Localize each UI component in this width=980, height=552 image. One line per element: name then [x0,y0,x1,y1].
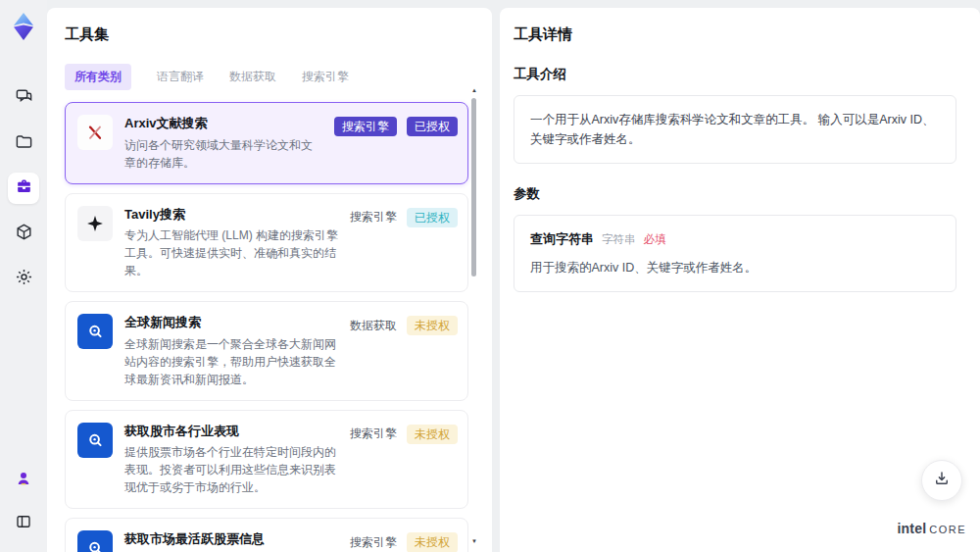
chat-icon [15,87,33,109]
tool-title: 获取市场最活跃股票信息 [124,530,338,548]
active-stock-icon [77,530,113,552]
category-tag: 数据获取 [350,318,397,334]
sidebar-item-models[interactable] [8,218,39,249]
tool-list-panel: 工具集 所有类别 语言翻译 数据获取 搜索引擎 Arxiv文献搜索 访问各个研究… [47,8,492,552]
sidebar-item-files[interactable] [8,127,39,159]
user-icon [15,470,32,490]
tool-title: Tavily搜索 [124,206,338,224]
auth-badge: 已授权 [407,208,458,227]
category-tag: 搜索引擎 [350,534,397,551]
intro-section-title: 工具介绍 [514,66,956,83]
param-name: 查询字符串 [530,229,594,250]
scroll-down-icon[interactable]: ▼ [470,537,478,545]
tool-list-item-stock-sector[interactable]: 获取股市各行业表现 提供股票市场各个行业在特定时间段内的表现。投资者可以利用这些… [65,410,468,510]
briefcase-icon [15,177,33,199]
auth-badge: 未授权 [407,425,458,444]
tool-title: 全球新闻搜索 [124,314,338,331]
tab-all-categories[interactable]: 所有类别 [65,64,131,90]
tab-search-engine[interactable]: 搜索引擎 [302,64,349,90]
sidebar-item-settings[interactable] [8,263,39,294]
tool-list: Arxiv文献搜索 访问各个研究领域大量科学论文和文章的存储库。 搜索引擎 已授… [65,102,468,552]
auth-badge: 未授权 [407,316,458,335]
tool-detail-panel: 工具详情 工具介绍 一个用于从Arxiv存储库搜索科学论文和文章的工具。 输入可… [500,8,980,552]
app-logo-icon [9,12,38,41]
stock-sector-icon [77,423,113,458]
category-tag: 搜索引擎 [350,209,397,226]
tool-description: 全球新闻搜索是一个聚合全球各大新闻网站内容的搜索引擎，帮助用户快速获取全球最新资… [124,335,338,388]
core-wordmark: CORE [929,524,966,535]
list-scrollbar[interactable]: ▲ ▼ [470,86,478,545]
folder-icon [15,132,33,154]
gear-icon [15,268,33,289]
news-search-icon [77,314,113,349]
sidebar-item-tools[interactable] [8,173,39,204]
auth-badge: 未授权 [407,532,458,552]
page-title: 工具集 [65,25,492,44]
tavily-star-icon [77,206,113,241]
app-root: 工具集 所有类别 语言翻译 数据获取 搜索引擎 Arxiv文献搜索 访问各个研究… [0,0,980,552]
scrollbar-thumb[interactable] [471,98,476,276]
intel-core-logo: intel CORE [897,521,966,536]
tool-description: 提供股票市场各个行业在特定时间段内的表现。投资者可以利用这些信息来识别表现优于或… [124,443,338,496]
tool-description: 专为人工智能代理 (LLM) 构建的搜索引擎工具。可快速提供实时、准确和真实的结… [124,226,338,279]
category-tag: 搜索引擎 [350,426,397,442]
params-section-title: 参数 [514,185,956,203]
tool-list-item-global-news[interactable]: 全球新闻搜索 全球新闻搜索是一个聚合全球各大新闻网站内容的搜索引擎，帮助用户快速… [65,301,468,401]
category-tabs: 所有类别 语言翻译 数据获取 搜索引擎 [65,64,492,90]
param-required-flag: 必填 [644,230,666,248]
tool-list-item-active-stocks[interactable]: 获取市场最活跃股票信息 提供当天交易量最高的股票列表，投资者可以利用这些信息来识… [65,518,468,552]
tool-list-item-tavily[interactable]: Tavily搜索 专为人工智能代理 (LLM) 构建的搜索引擎工具。可快速提供实… [65,193,468,293]
sidebar-item-collapse[interactable] [8,507,39,538]
tool-title: 获取股市各行业表现 [124,423,338,440]
scroll-up-icon[interactable]: ▲ [470,86,478,94]
param-type: 字符串 [602,230,636,248]
sidebar-item-profile[interactable] [8,464,39,495]
arxiv-icon [77,115,113,150]
auth-badge: 已授权 [407,117,458,136]
sidebar-item-chat[interactable] [8,82,39,114]
tool-intro-box: 一个用于从Arxiv存储库搜索科学论文和文章的工具。 输入可以是Arxiv ID… [514,95,956,164]
cube-icon [15,223,33,244]
category-badge: 搜索引擎 [334,117,397,136]
param-description: 用于搜索的Arxiv ID、关键字或作者姓名。 [530,258,940,277]
tab-data-acquisition[interactable]: 数据获取 [229,64,276,90]
intel-wordmark: intel [897,521,926,536]
tool-list-item-arxiv[interactable]: Arxiv文献搜索 访问各个研究领域大量科学论文和文章的存储库。 搜索引擎 已授… [65,102,468,184]
tab-language-translation[interactable]: 语言翻译 [157,64,204,90]
download-button[interactable] [921,460,962,501]
param-box: 查询字符串 字符串 必填 用于搜索的Arxiv ID、关键字或作者姓名。 [514,215,956,292]
tool-title: Arxiv文献搜索 [124,115,322,132]
tool-description: 访问各个研究领域大量科学论文和文章的存储库。 [124,136,322,172]
download-icon [933,470,951,491]
detail-title: 工具详情 [514,25,956,44]
panel-icon [15,513,32,533]
sidebar [0,0,47,552]
